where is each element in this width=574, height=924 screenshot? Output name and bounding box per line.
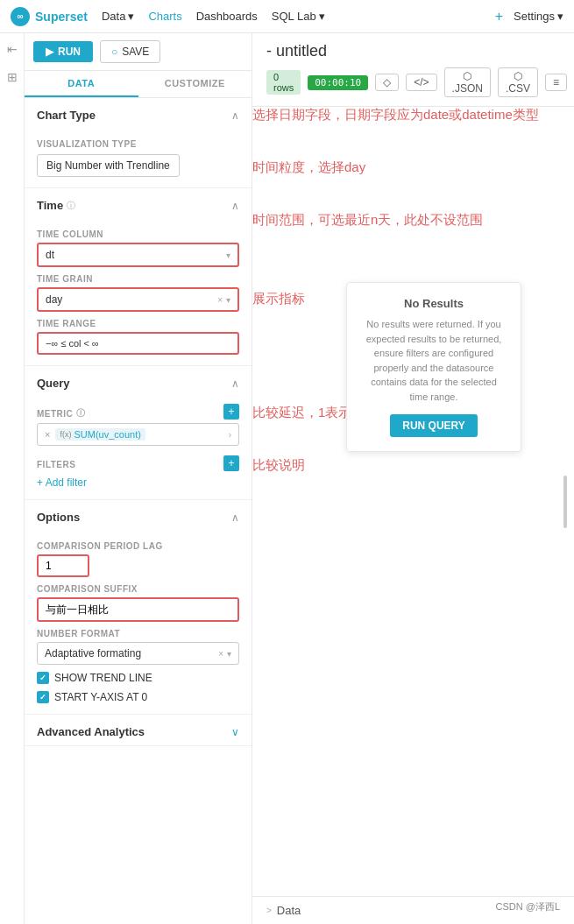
query-section-title: Query xyxy=(37,377,70,390)
time-column-input[interactable]: dt ▾ xyxy=(37,243,239,267)
time-section-body: TIME COLUMN dt ▾ TIME GRAIN day × ▾ TIME… xyxy=(25,219,252,365)
time-chevron-icon: ∧ xyxy=(231,200,239,212)
tab-data[interactable]: DATA xyxy=(25,71,138,97)
advanced-analytics-title: Advanced Analytics xyxy=(37,725,145,738)
filters-row-header: FILTERS + xyxy=(37,453,239,473)
chart-csv-button[interactable]: ⬡ .CSV xyxy=(498,67,538,97)
time-range-value: −∞ ≤ col < ∞ xyxy=(46,338,230,349)
run-button[interactable]: ▶ RUN xyxy=(33,41,93,62)
filter-add-button[interactable]: + xyxy=(223,455,239,471)
show-trend-checkbox[interactable]: ✓ xyxy=(37,672,49,684)
start-y-checkbox[interactable]: ✓ xyxy=(37,691,49,703)
number-format-value: Adaptative formating xyxy=(45,647,218,659)
comparison-suffix-input[interactable] xyxy=(37,597,239,622)
query-section-header[interactable]: Query ∧ xyxy=(25,366,252,397)
save-button[interactable]: ○ SAVE xyxy=(100,40,160,63)
time-col-label: TIME COLUMN xyxy=(37,229,239,239)
nav-charts[interactable]: Charts xyxy=(148,10,181,23)
add-filter-button[interactable]: + Add filter xyxy=(37,476,239,489)
logo: ∞ Superset xyxy=(11,7,88,26)
nav-sqllab[interactable]: SQL Lab ▾ xyxy=(272,10,325,23)
time-grain-input[interactable]: day × ▾ xyxy=(37,287,239,312)
time-section-header[interactable]: Time ⓘ ∧ xyxy=(25,188,252,219)
time-section: Time ⓘ ∧ TIME COLUMN dt ▾ TIME GRAIN day xyxy=(25,188,252,366)
run-query-button[interactable]: RUN QUERY xyxy=(390,414,478,437)
chart-type-section: Chart Type ∧ VISUALIZATION TYPE Big Numb… xyxy=(25,98,252,188)
nav-settings[interactable]: Settings ▾ xyxy=(514,10,563,23)
main-layout: ⇤ ⊞ ▶ RUN ○ SAVE DATA CUSTOMIZE Chart xyxy=(0,33,574,924)
nav-data-chevron: ▾ xyxy=(128,10,134,23)
time-grain-label: TIME GRAIN xyxy=(37,274,239,284)
metric-input[interactable]: × f(x) SUM(uv_count) › xyxy=(37,423,239,446)
show-trend-label: SHOW TREND LINE xyxy=(54,672,152,684)
advanced-analytics-chevron-icon: ∨ xyxy=(231,726,239,738)
no-results-title: No Results xyxy=(365,297,503,310)
metric-add-button[interactable]: + xyxy=(223,404,239,420)
chart-filter-button[interactable]: ◇ xyxy=(375,74,399,91)
options-section-title: Options xyxy=(37,511,80,524)
settings-chevron-icon: ▾ xyxy=(557,10,563,23)
annotation-time-grain: 时间粒度，选择day xyxy=(252,159,365,176)
chart-main: 选择日期字段，日期字段应为date或datetime类型 时间粒度，选择day … xyxy=(252,107,574,896)
sidebar-collapse-icon[interactable]: ⇤ xyxy=(4,40,21,58)
metric-value: SUM(uv_count) xyxy=(74,429,140,440)
metric-info-icon: ⓘ xyxy=(76,407,86,420)
comparison-lag-input[interactable] xyxy=(37,554,89,577)
metric-label: METRIC ⓘ xyxy=(37,407,86,420)
number-format-input[interactable]: Adaptative formating × ▾ xyxy=(37,642,239,665)
chart-more-button[interactable]: ≡ xyxy=(545,74,567,91)
chart-type-title: Chart Type xyxy=(37,109,96,122)
metric-remove-icon[interactable]: × xyxy=(45,429,50,440)
chart-type-header[interactable]: Chart Type ∧ xyxy=(25,98,252,129)
show-trend-checkmark: ✓ xyxy=(39,674,46,682)
chart-code-button[interactable]: </> xyxy=(406,74,436,91)
nav-data[interactable]: Data ▾ xyxy=(102,10,134,23)
nav-dashboards[interactable]: Dashboards xyxy=(196,10,258,23)
sidebar-layers-icon[interactable]: ⊞ xyxy=(4,68,21,86)
time-column-arrow-icon: ▾ xyxy=(226,250,230,260)
chart-type-body: VISUALIZATION TYPE Big Number with Trend… xyxy=(25,129,252,187)
chart-area: 选择日期字段，日期字段应为date或datetime类型 时间粒度，选择day … xyxy=(252,107,574,924)
save-icon: ○ xyxy=(111,46,117,58)
metric-expand-icon[interactable]: › xyxy=(229,430,231,440)
time-range-input[interactable]: −∞ ≤ col < ∞ xyxy=(37,332,239,355)
comp-suffix-label: COMPARISON SUFFIX xyxy=(37,584,239,594)
topnav: ∞ Superset Data ▾ Charts Dashboards SQL … xyxy=(0,0,574,33)
options-section: Options ∧ COMPARISON PERIOD LAG COMPARIS… xyxy=(25,500,252,715)
viz-type-button[interactable]: Big Number with Trendline xyxy=(37,154,180,177)
right-panel: - untitled 0 rows 00:00:10 ◇ </> ⬡ .JSON… xyxy=(252,33,574,924)
nav-plus-button[interactable]: + xyxy=(495,9,503,25)
panel-tabs: DATA CUSTOMIZE xyxy=(25,71,252,98)
chart-toolbar: 0 rows 00:00:10 ◇ </> ⬡ .JSON ⬡ .CSV ≡ xyxy=(266,67,560,97)
options-section-body: COMPARISON PERIOD LAG COMPARISON SUFFIX … xyxy=(25,531,252,714)
query-chevron-icon: ∧ xyxy=(231,377,239,390)
chart-header: - untitled 0 rows 00:00:10 ◇ </> ⬡ .JSON… xyxy=(252,33,574,107)
chart-title: - untitled xyxy=(266,42,560,60)
toolbar: ▶ RUN ○ SAVE xyxy=(25,33,252,71)
start-y-label: START Y-AXIS AT 0 xyxy=(54,691,147,703)
sidebar-icons: ⇤ ⊞ xyxy=(0,33,25,924)
number-format-clear-icon[interactable]: × xyxy=(218,649,223,659)
scrollbar[interactable] xyxy=(563,476,567,528)
annotation-time-range: 时间范围，可选最近n天，此处不设范围 xyxy=(252,212,483,229)
number-format-label: NUMBER FORMAT xyxy=(37,629,239,638)
time-grain-clear-icon[interactable]: × xyxy=(217,295,223,305)
time-grain-arrow-icon: ▾ xyxy=(226,295,230,305)
time-grain-value: day xyxy=(46,293,217,306)
run-icon: ▶ xyxy=(46,46,53,58)
bottom-chevron-icon: > xyxy=(266,906,272,915)
metric-fx-icon: f(x) xyxy=(60,430,71,439)
options-section-header[interactable]: Options ∧ xyxy=(25,500,252,531)
advanced-analytics-header[interactable]: Advanced Analytics ∨ xyxy=(25,715,252,745)
start-y-row: ✓ START Y-AXIS AT 0 xyxy=(37,691,239,703)
logo-icon: ∞ xyxy=(11,7,30,26)
no-results-text: No results were returned. If you expecte… xyxy=(365,317,503,404)
left-panel: ▶ RUN ○ SAVE DATA CUSTOMIZE Chart Type ∧ xyxy=(25,33,252,924)
panel-content: Chart Type ∧ VISUALIZATION TYPE Big Numb… xyxy=(25,98,252,924)
nav-sqllab-chevron: ▾ xyxy=(319,10,325,23)
chart-json-button[interactable]: ⬡ .JSON xyxy=(444,67,491,97)
tab-customize[interactable]: CUSTOMIZE xyxy=(138,71,252,97)
no-results-box: No Results No results were returned. If … xyxy=(346,282,521,452)
annotation-comp-suffix: 比较说明 xyxy=(252,457,305,474)
time-info-icon: ⓘ xyxy=(67,200,75,212)
